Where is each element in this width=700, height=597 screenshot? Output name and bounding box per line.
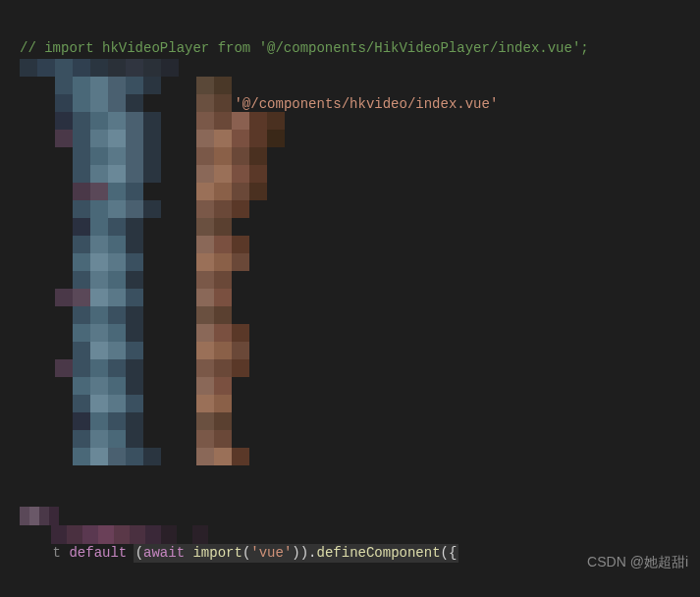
code-bottom: t default (await import('vue')).defineCo… <box>20 507 457 597</box>
watermark-text: CSDN @她超甜i <box>587 553 688 571</box>
code-line: // import hkVideoPlayer from '@/componen… <box>20 39 700 58</box>
pixelated-small-region-2 <box>51 525 208 544</box>
keyword-default: default <box>69 544 127 563</box>
pixelated-small-region <box>20 507 59 525</box>
code-line: t default (await import('vue')).defineCo… <box>20 544 457 563</box>
pixelated-region <box>20 59 304 483</box>
comment-text: // import hkVideoPlayer from '@/componen… <box>20 39 589 58</box>
